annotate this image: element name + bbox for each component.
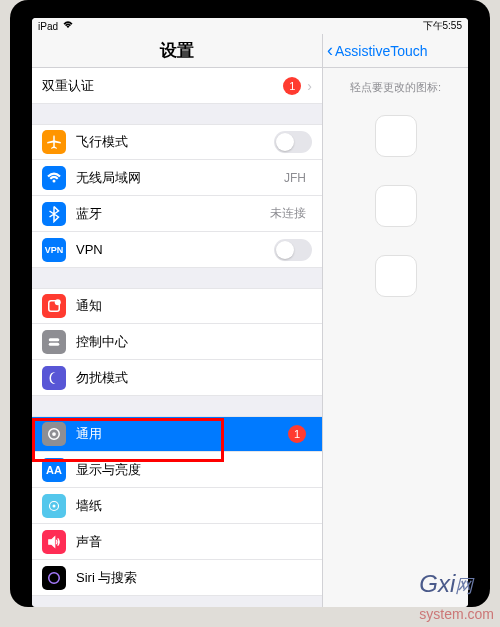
icon-slot[interactable]: [375, 185, 417, 227]
wifi-icon: [62, 20, 74, 32]
svg-rect-3: [49, 342, 60, 345]
icon-slot[interactable]: [375, 115, 417, 157]
svg-rect-2: [49, 338, 60, 341]
row-wifi[interactable]: 无线局域网 JFH: [32, 160, 322, 196]
control-center-icon: [42, 330, 66, 354]
bluetooth-icon: [42, 202, 66, 226]
row-vpn[interactable]: VPN VPN: [32, 232, 322, 268]
wifi-label: 无线局域网: [76, 169, 284, 187]
control-center-label: 控制中心: [76, 333, 312, 351]
vpn-toggle[interactable]: [274, 239, 312, 261]
clock: 下午5:55: [423, 19, 462, 33]
siri-label: Siri 与搜索: [76, 569, 312, 587]
bluetooth-label: 蓝牙: [76, 205, 270, 223]
row-siri[interactable]: Siri 与搜索: [32, 560, 322, 596]
wallpaper-icon: [42, 494, 66, 518]
wallpaper-label: 墙纸: [76, 497, 312, 515]
chevron-left-icon: ‹: [327, 40, 333, 61]
icon-slot[interactable]: [375, 255, 417, 297]
settings-sidebar: 设置 双重认证 1 › 飞行模式: [32, 34, 322, 607]
notifications-icon: [42, 294, 66, 318]
hint-text: 轻点要更改的图标:: [323, 68, 468, 107]
vpn-label: VPN: [76, 242, 274, 257]
row-dnd[interactable]: 勿扰模式: [32, 360, 322, 396]
gear-icon: [42, 422, 66, 446]
general-label: 通用: [76, 425, 288, 443]
sound-icon: [42, 530, 66, 554]
svg-point-5: [52, 432, 56, 436]
watermark: Gxi网 system.com: [419, 570, 494, 625]
row-sound[interactable]: 声音: [32, 524, 322, 560]
row-general[interactable]: 通用 1: [32, 416, 322, 452]
back-button[interactable]: ‹ AssistiveTouch: [327, 40, 428, 61]
detail-pane: ‹ AssistiveTouch 轻点要更改的图标:: [322, 34, 468, 607]
badge-icon: 1: [283, 77, 301, 95]
row-control-center[interactable]: 控制中心: [32, 324, 322, 360]
notifications-label: 通知: [76, 297, 312, 315]
back-label: AssistiveTouch: [335, 43, 428, 59]
row-bluetooth[interactable]: 蓝牙 未连接: [32, 196, 322, 232]
row-wallpaper[interactable]: 墙纸: [32, 488, 322, 524]
siri-icon: [42, 566, 66, 590]
display-label: 显示与亮度: [76, 461, 312, 479]
svg-point-1: [55, 299, 61, 305]
chevron-right-icon: ›: [307, 78, 312, 94]
airplane-toggle[interactable]: [274, 131, 312, 153]
svg-point-7: [53, 504, 56, 507]
bluetooth-value: 未连接: [270, 205, 306, 222]
double-auth-label: 双重认证: [42, 77, 283, 95]
detail-header: ‹ AssistiveTouch: [323, 34, 468, 68]
sound-label: 声音: [76, 533, 312, 551]
row-double-auth[interactable]: 双重认证 1 ›: [32, 68, 322, 104]
airplane-label: 飞行模式: [76, 133, 274, 151]
badge-icon: 1: [288, 425, 306, 443]
display-icon: AA: [42, 458, 66, 482]
airplane-icon: [42, 130, 66, 154]
row-display[interactable]: AA 显示与亮度: [32, 452, 322, 488]
status-bar: iPad 下午5:55: [32, 18, 468, 34]
svg-point-8: [49, 572, 60, 583]
vpn-icon: VPN: [42, 238, 66, 262]
row-airplane[interactable]: 飞行模式: [32, 124, 322, 160]
dnd-label: 勿扰模式: [76, 369, 312, 387]
device-name: iPad: [38, 21, 58, 32]
wifi-icon: [42, 166, 66, 190]
moon-icon: [42, 366, 66, 390]
settings-title: 设置: [32, 34, 322, 68]
row-notifications[interactable]: 通知: [32, 288, 322, 324]
wifi-value: JFH: [284, 171, 306, 185]
